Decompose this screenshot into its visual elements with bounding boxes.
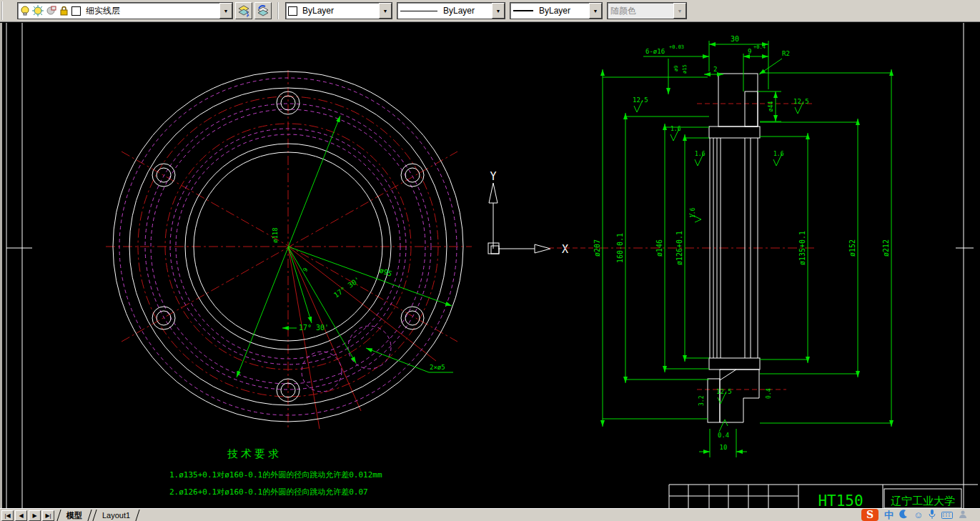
roughness-label: 1.6 xyxy=(773,151,784,157)
dimension-label: ø118 xyxy=(272,227,279,243)
technical-requirements: 技术要求 1.ø135+0.1对ø160-0.1的外圆的径向跳动允许差0.012… xyxy=(169,447,382,497)
prev-tab-button[interactable]: ◀ xyxy=(15,510,27,521)
ucs-y-label: Y xyxy=(490,170,496,183)
dimension-label: ø207 xyxy=(593,239,601,257)
roughness-label: 1.6 xyxy=(695,151,706,157)
next-tab-button[interactable]: ▶ xyxy=(29,510,41,521)
first-tab-icon: |◀ xyxy=(4,512,10,519)
tech-req-title: 技术要求 xyxy=(227,447,282,460)
tab-model[interactable]: 模型 xyxy=(56,510,91,521)
chevron-down-icon: ▼ xyxy=(593,9,598,14)
drawing-canvas[interactable]: ø95 ø118 17° 30' 17° 30' 9 2×ø5 Y X xyxy=(0,23,980,508)
lineweight-sample-icon xyxy=(513,10,533,11)
dimension-label: 2 xyxy=(713,66,717,73)
dimension-label: ø152 xyxy=(848,239,856,257)
roughness-label: 1.6 xyxy=(670,126,681,132)
ime-language-icon[interactable]: 中 xyxy=(884,509,894,521)
sheet-frame xyxy=(6,23,974,508)
tab-layout1[interactable]: Layout1 xyxy=(92,510,139,521)
organization-label: 辽宁工业大学 xyxy=(891,495,955,507)
linetype-combo-dropdown-button[interactable]: ▼ xyxy=(492,3,505,19)
tech-req-line: 1.ø135+0.1对ø160-0.1的外圆的径向跳动允许差0.012mm xyxy=(169,470,382,480)
dimension-tolerance-label: +0.4 xyxy=(753,44,766,50)
layer-combo[interactable]: 细实线层 ▼ xyxy=(17,2,233,19)
lineweight-combo-dropdown-button[interactable]: ▼ xyxy=(589,3,602,19)
roughness-label: 3.2 xyxy=(698,395,705,406)
layer-previous-button[interactable] xyxy=(254,2,272,19)
next-tab-icon: ▶ xyxy=(32,512,36,519)
chevron-down-icon: ▼ xyxy=(496,9,501,14)
dimension-label: ø9 xyxy=(673,66,679,71)
front-view: ø95 ø118 17° 30' 17° 30' 9 2×ø5 xyxy=(106,70,472,429)
ime-mic-icon[interactable] xyxy=(929,509,936,521)
ime-toolbar: S 中 ☺ xyxy=(861,509,967,521)
roughness-label: 0.4 xyxy=(766,388,772,399)
tab-layout1-label: Layout1 xyxy=(102,511,130,520)
ucs-icon: Y X xyxy=(488,170,598,256)
roughness-label: 12.5 xyxy=(793,98,809,105)
make-object-layer-current-button[interactable] xyxy=(235,2,252,19)
chevron-down-icon: ▼ xyxy=(224,9,229,14)
layer-color-swatch[interactable] xyxy=(71,6,81,16)
layers-previous-icon xyxy=(257,4,269,17)
linetype-combo[interactable]: ByLayer ▼ xyxy=(397,2,505,19)
plotstyle-combo: 随颜色 ▼ xyxy=(607,2,687,19)
dimension-tolerance-label: +0.03 xyxy=(669,44,684,50)
roughness-label: 1.6 xyxy=(690,207,696,218)
ime-keyboard-icon[interactable] xyxy=(941,509,953,521)
section-view: ø207 160-0.1 ø146 ø126+0.1 ø135+0.1 ø152 xyxy=(593,35,891,457)
linetype-sample-icon xyxy=(400,11,437,11)
angle-dimension-label: 17° 30' xyxy=(299,324,329,332)
lineweight-combo[interactable]: ByLayer ▼ xyxy=(510,2,603,19)
roughness-label: 12.5 xyxy=(716,388,732,395)
color-combo-dropdown-button[interactable]: ▼ xyxy=(379,3,392,19)
title-block: HT150 辽宁工业大学 xyxy=(669,485,978,508)
layer-freeze-sun-icon[interactable] xyxy=(32,5,44,16)
chevron-down-icon: ▼ xyxy=(383,9,388,14)
layers-stack-icon xyxy=(237,4,250,17)
material-label: HT150 xyxy=(818,492,863,508)
first-tab-button[interactable]: |◀ xyxy=(1,510,14,521)
dimension-label: ø126+0.1 xyxy=(675,231,683,265)
linetype-value-label: ByLayer xyxy=(440,6,492,16)
top-toolbar: 细实线层 ▼ ByLayer ▼ ByLayer ▼ ByLayer ▼ 随颜色… xyxy=(0,0,980,22)
dimension-label: 6-ø16 xyxy=(645,48,665,55)
ime-moon-icon[interactable] xyxy=(899,509,908,521)
chevron-down-icon: ▼ xyxy=(678,9,683,14)
layer-combo-dropdown-button[interactable]: ▼ xyxy=(219,3,232,19)
dimension-label: ø15 xyxy=(682,64,688,74)
ime-user-icon[interactable] xyxy=(959,509,967,521)
dimension-label: ø146 xyxy=(655,239,663,257)
layer-lock-icon[interactable] xyxy=(58,5,69,16)
section-centerlines xyxy=(599,104,815,389)
toolbar-grip[interactable] xyxy=(1,1,13,20)
lineweight-value-label: ByLayer xyxy=(536,6,589,16)
window-edge xyxy=(0,23,2,508)
dimension-label: ø44 xyxy=(768,101,774,112)
color-value-label: ByLayer xyxy=(300,6,379,16)
ime-smiley-icon[interactable]: ☺ xyxy=(914,509,923,521)
layer-freeze-viewport-icon[interactable] xyxy=(45,5,56,16)
dimension-label: ø212 xyxy=(882,239,890,257)
tech-req-line: 2.ø126+0.1对ø160-0.1的外圆的径向跳动允许差0.07 xyxy=(169,487,368,497)
dimension-label: R2 xyxy=(782,50,790,57)
ucs-x-label: X xyxy=(562,243,568,256)
current-color-swatch xyxy=(288,6,297,16)
plotstyle-value-label: 随颜色 xyxy=(608,5,673,17)
plotstyle-combo-dropdown-button: ▼ xyxy=(673,3,686,19)
dimension-label: 10 xyxy=(720,444,728,451)
roughness-label: 0.4 xyxy=(718,432,729,439)
last-tab-icon: ▶| xyxy=(45,512,51,519)
drawing-svg: ø95 ø118 17° 30' 17° 30' 9 2×ø5 Y X xyxy=(0,23,980,508)
dimension-label: ø135+0.1 xyxy=(798,231,806,265)
dimension-label: ø95 xyxy=(378,267,393,279)
layer-on-lightbulb-icon[interactable] xyxy=(19,5,31,16)
sogou-logo-icon[interactable]: S xyxy=(861,509,878,521)
layer-name-label: 细实线层 xyxy=(83,5,219,17)
dimension-label: 30 xyxy=(731,35,739,43)
toolbar-separator xyxy=(277,2,281,19)
color-combo[interactable]: ByLayer ▼ xyxy=(285,2,392,19)
status-bar: |◀ ◀ ▶ ▶| 模型 Layout1 xyxy=(0,508,980,521)
last-tab-button[interactable]: ▶| xyxy=(42,510,54,521)
leader-dimension-label: 2×ø5 xyxy=(430,364,445,371)
